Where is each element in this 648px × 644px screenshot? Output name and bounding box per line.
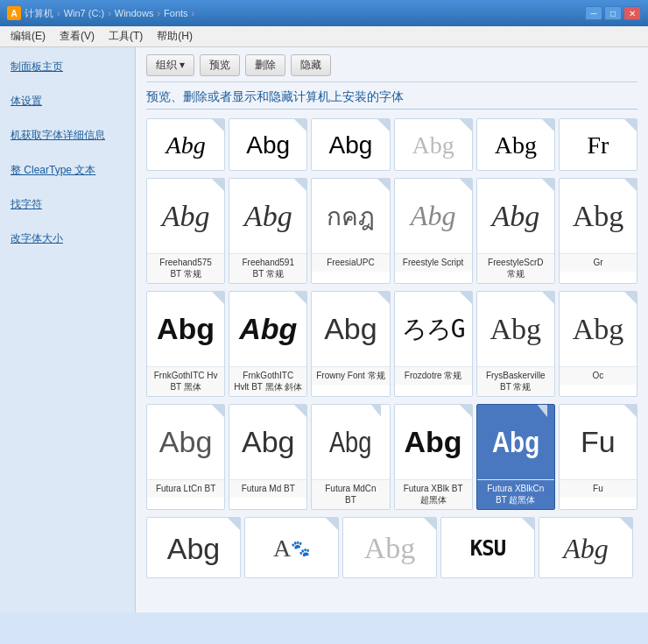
window-controls: ─ □ ✕ [585,6,641,20]
font-card-row0-1[interactable]: Abg [146,118,225,171]
font-name-freehand591: Freehand591BT 常规 [229,253,306,283]
sidebar-item-cleartype[interactable]: 整 ClearType 文本 [7,159,128,181]
font-card-frozdotre[interactable]: ろろG Frozdotre 常规 [394,291,473,397]
font-name-futura-xblk: Futura XBlk BT超黑体 [395,479,472,509]
menu-help[interactable]: 帮助(H) [150,27,200,46]
font-name-frnkgothitchvlt: FrnkGothITCHvlt BT 黑体 斜体 [229,366,306,396]
font-card-gr[interactable]: Abg Gr [559,178,637,284]
hide-button[interactable]: 隐藏 [291,54,331,76]
font-name-oc: Oc [560,366,637,385]
font-name-frnkgothitchv: FrnkGothITC HvBT 黑体 [147,366,224,396]
font-card-futura-xblkcn[interactable]: Abg Futura XBlkCnBT 超黑体 [476,404,555,510]
main-layout: 制面板主页 体设置 机获取字体详细信息 整 ClearType 文本 找字符 改… [0,47,648,612]
sep2: › [108,8,111,18]
font-name-fu: Fu [560,479,637,498]
nav-windows[interactable]: Windows [115,8,154,18]
font-card-oc[interactable]: Abg Oc [559,291,637,397]
font-name-futura-md: Futura Md BT [229,479,306,498]
font-name-futura-ltcn: Futura LtCn BT [147,479,224,498]
font-card-row5-3[interactable]: Abg [342,517,437,578]
font-card-frowny[interactable]: Abg Frowny Font 常规 [311,291,390,397]
font-name-futura-mdcn: Futura MdCnBT [312,479,389,509]
font-card-freesiaupc[interactable]: กคฎ FreesiaUPC [311,178,390,284]
font-card-row0-4[interactable]: Abg [394,118,473,171]
font-card-frnkgothitchvlt[interactable]: Abg FrnkGothITCHvlt BT 黑体 斜体 [229,291,307,397]
font-name-gr: Gr [560,253,637,272]
font-name-freesiaupc: FreesiaUPC [312,253,389,272]
menu-edit[interactable]: 编辑(E) [4,27,53,46]
font-grid: Abg Abg Abg Abg Abg Fr [146,118,637,578]
sidebar-item-find-char[interactable]: 找字符 [7,194,128,216]
font-card-row0-3[interactable]: Abg [311,118,390,171]
font-card-row0-5[interactable]: Abg [476,118,555,171]
font-name-frysbaskerville: FrysBaskervilleBT 常规 [477,366,554,396]
font-name-frozdotre: Frozdotre 常规 [395,366,472,385]
font-card-futura-ltcn[interactable]: Abg Futura LtCn BT [146,404,225,510]
font-card-row5-5[interactable]: Abg [539,517,633,578]
maximize-button[interactable]: □ [604,6,622,20]
preview-button[interactable]: 预览 [200,54,240,76]
font-card-frysbaskerville[interactable]: Abg FrysBaskervilleBT 常规 [476,291,555,397]
sidebar: 制面板主页 体设置 机获取字体详细信息 整 ClearType 文本 找字符 改… [0,47,136,612]
menu-tools[interactable]: 工具(T) [102,27,150,46]
minimize-button[interactable]: ─ [585,6,602,20]
close-button[interactable]: ✕ [623,6,641,20]
font-card-row0-6[interactable]: Fr [559,118,637,171]
organize-button[interactable]: 组织 ▾ [146,54,194,76]
menu-bar: 编辑(E) 查看(V) 工具(T) 帮助(H) [0,26,648,47]
delete-button[interactable]: 删除 [245,54,285,76]
content-area: 组织 ▾ 预览 删除 隐藏 预览、删除或者显示和隐藏计算机上安装的字体 Abg … [136,47,648,612]
menu-view[interactable]: 查看(V) [53,27,102,46]
font-card-row5-2[interactable]: A 🐾 [244,517,339,578]
font-card-freehand591[interactable]: Abg Freehand591BT 常规 [229,178,307,284]
font-card-row0-2[interactable]: Abg [229,118,307,171]
font-card-freestyle[interactable]: Abg Freestyle Script [394,178,473,284]
nav-fonts[interactable]: Fonts [164,8,188,18]
nav-computer[interactable]: 计算机 [25,7,53,20]
font-card-futura-mdcn[interactable]: Abg Futura MdCnBT [311,404,390,510]
content-title: 预览、删除或者显示和隐藏计算机上安装的字体 [146,89,637,110]
sidebar-item-get-fonts[interactable]: 机获取字体详细信息 [7,124,128,146]
nav-drive[interactable]: Win7 (C:) [64,8,104,18]
font-card-row5-4[interactable]: KSU [440,517,535,578]
breadcrumb: 计算机 › Win7 (C:) › Windows › Fonts › [25,7,196,20]
font-card-freehand575[interactable]: Abg Freehand575BT 常规 [146,178,225,284]
font-name-futura-xblkcn: Futura XBlkCnBT 超黑体 [477,479,554,509]
font-name-frowny: Frowny Font 常规 [312,366,389,385]
sidebar-item-home[interactable]: 制面板主页 [7,56,128,78]
font-name-freestylescrD: FreestyleScrD常规 [477,253,554,283]
font-card-frnkgothitchv[interactable]: Abg FrnkGothITC HvBT 黑体 [146,291,225,397]
font-card-freestylescrD[interactable]: Abg FreestyleScrD常规 [476,178,555,284]
sep3: › [157,8,160,18]
font-card-futura-xblk[interactable]: Abg Futura XBlk BT超黑体 [394,404,473,510]
sidebar-item-font-settings[interactable]: 体设置 [7,90,128,112]
font-card-fu[interactable]: Fu Fu [559,404,637,510]
app-icon: A [7,6,21,20]
font-card-row5-1[interactable]: Abg [146,517,241,578]
sidebar-item-font-size[interactable]: 改字体大小 [7,228,128,250]
font-card-futura-md[interactable]: Abg Futura Md BT [229,404,307,510]
sep4: › [192,8,195,18]
sep1: › [57,8,60,18]
font-name-freehand575: Freehand575BT 常规 [147,253,224,283]
font-name-freestyle: Freestyle Script [395,253,472,272]
title-bar: A 计算机 › Win7 (C:) › Windows › Fonts › ─ … [0,0,648,26]
title-bar-left: A 计算机 › Win7 (C:) › Windows › Fonts › [7,6,196,20]
